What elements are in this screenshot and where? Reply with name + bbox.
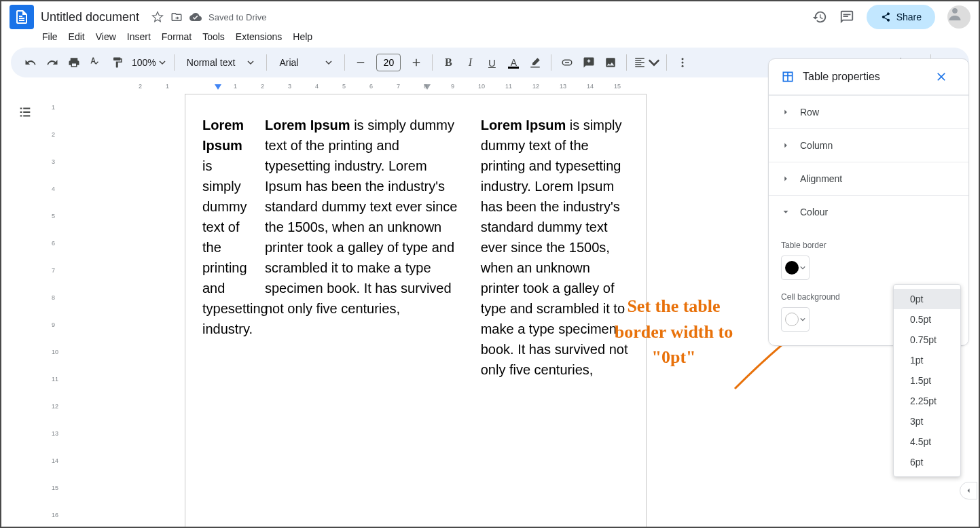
ruler-h-tick: 14 [587,83,594,90]
increase-font-size-button[interactable] [406,52,427,73]
panel-title: Table properties [803,71,934,83]
ruler-v-tick: 10 [52,349,58,355]
undo-button[interactable] [20,52,41,73]
print-button[interactable] [64,52,84,73]
ruler-h-tick: 7 [397,83,400,90]
ruler-v-tick: 6 [52,240,55,247]
border-width-option[interactable]: 0pt [894,289,960,309]
ruler-h-tick: 9 [451,83,454,90]
menu-file[interactable]: File [42,31,58,42]
ruler-h-tick: 10 [478,83,485,90]
add-comment-button[interactable] [579,52,599,73]
ruler-v-tick: 1 [52,104,55,111]
table-icon [781,70,795,84]
document-outline-button[interactable] [18,105,33,528]
table-cell-2[interactable]: Lorem Ipsum is simply dummy text of the … [265,115,467,380]
menu-help[interactable]: Help [293,31,312,42]
paint-format-button[interactable] [107,52,128,73]
ruler-h-tick: 12 [532,83,539,90]
ruler-v-tick: 2 [52,131,55,138]
document-page[interactable]: Lorem Ipsum is simply dummy text of the … [185,94,647,528]
move-folder-icon[interactable] [170,11,183,23]
indent-left-marker[interactable] [215,84,221,91]
ruler-h-tick: 1 [234,83,237,90]
redo-button[interactable] [42,52,62,73]
show-side-panel-button[interactable] [960,482,977,499]
close-panel-button[interactable] [934,70,948,84]
ruler-v-tick: 5 [52,213,55,219]
ruler-v-tick: 9 [52,321,55,328]
menu-format[interactable]: Format [162,31,192,42]
paragraph-styles-dropdown[interactable]: Normal text [180,57,261,68]
ruler-v-tick: 8 [52,294,55,301]
history-icon[interactable] [812,10,827,24]
colour-section-toggle[interactable]: Colour [769,195,968,228]
border-width-option[interactable]: 1.5pt [894,370,960,391]
menu-view[interactable]: View [96,31,116,42]
font-size-input[interactable]: 20 [376,54,401,71]
table-cell-3[interactable]: Lorem Ipsum is simply dummy text of the … [481,115,629,380]
black-swatch-icon [785,261,799,275]
svg-point-0 [952,8,958,14]
underline-button[interactable]: U [482,52,502,73]
menu-tools[interactable]: Tools [202,31,225,42]
ruler-v-tick: 11 [52,376,58,383]
annotation-text: Set the table border width to "0pt" [613,294,735,370]
avatar[interactable] [947,5,970,29]
svg-point-1 [682,58,684,60]
zoom-dropdown[interactable]: 100% [129,57,168,68]
border-width-option[interactable]: 0.5pt [894,309,960,330]
border-width-option[interactable]: 0.75pt [894,330,960,350]
star-icon[interactable] [151,11,164,23]
italic-button[interactable]: I [460,52,480,73]
ruler-h-tick: 4 [315,83,319,90]
ruler-v-tick: 7 [52,267,55,274]
comments-icon[interactable] [839,10,854,24]
cloud-done-icon[interactable] [189,11,202,23]
insert-link-button[interactable] [557,52,577,73]
ruler-h-tick: 8 [424,83,427,90]
saved-to-drive-label: Saved to Drive [208,12,266,22]
menu-insert[interactable]: Insert [127,31,151,42]
ruler-v-tick: 14 [52,457,58,464]
cell-background-dropdown[interactable] [781,307,810,332]
doc-title[interactable]: Untitled document [41,10,139,24]
ruler-h-tick: 2 [139,83,142,90]
ruler-v-tick: 15 [52,485,58,491]
more-button[interactable] [672,52,693,73]
ruler-h-tick: 6 [369,83,373,90]
ruler-v-tick: 16 [52,512,58,518]
row-section-toggle[interactable]: Row [769,95,968,128]
border-width-option[interactable]: 3pt [894,411,960,432]
column-section-toggle[interactable]: Column [769,128,968,162]
bold-button[interactable]: B [438,52,458,73]
border-width-dropdown[interactable]: 0pt0.5pt0.75pt1pt1.5pt2.25pt3pt4.5pt6pt [893,284,961,477]
ruler-v-tick: 4 [52,186,55,192]
border-width-option[interactable]: 1pt [894,350,960,370]
menu-extensions[interactable]: Extensions [236,31,282,42]
border-width-option[interactable]: 2.25pt [894,391,960,411]
vertical-ruler[interactable]: 12345678910111213141516 [49,94,64,528]
ruler-v-tick: 13 [52,430,58,437]
table-cell-1[interactable]: Lorem Ipsum is simply dummy text of the … [202,115,251,380]
border-width-option[interactable]: 4.5pt [894,432,960,452]
ruler-h-tick: 3 [288,83,291,90]
font-dropdown[interactable]: Arial [272,57,339,68]
highlight-color-button[interactable] [525,52,545,73]
alignment-section-toggle[interactable]: Alignment [769,162,968,195]
ruler-h-tick: 15 [614,83,621,90]
docs-logo[interactable] [10,5,34,29]
decrease-font-size-button[interactable] [350,52,371,73]
border-width-option[interactable]: 6pt [894,452,960,472]
text-color-button[interactable]: A [503,52,524,73]
insert-image-button[interactable] [600,52,621,73]
ruler-h-tick: 13 [560,83,566,90]
menu-edit[interactable]: Edit [69,31,85,42]
spellcheck-button[interactable] [86,52,106,73]
align-dropdown[interactable] [632,52,661,73]
svg-point-2 [682,62,684,64]
share-button[interactable]: Share [867,5,935,29]
ruler-h-tick: 11 [505,83,512,90]
ruler-h-tick: 5 [342,83,346,90]
border-color-dropdown[interactable] [781,256,810,280]
